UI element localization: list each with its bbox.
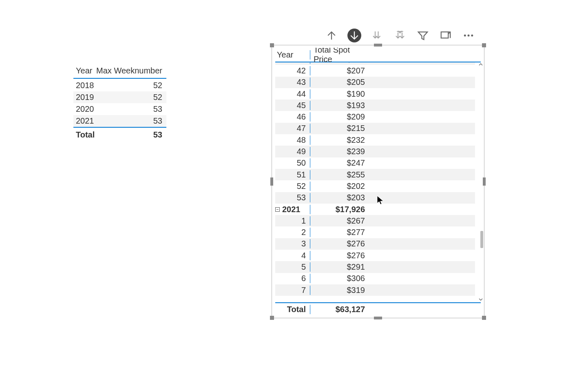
matrix-data-row[interactable]: 6$306 bbox=[275, 273, 475, 284]
focus-mode-icon[interactable] bbox=[439, 29, 453, 42]
matrix-data-row[interactable]: 51$255 bbox=[275, 169, 475, 180]
column-header-year[interactable]: Year bbox=[275, 50, 310, 60]
matrix-data-row[interactable]: 42$207 bbox=[275, 65, 475, 76]
resize-handle[interactable] bbox=[374, 44, 382, 47]
spot-price-matrix: Year Total Spot Price 41$20542$20743$205… bbox=[275, 48, 481, 315]
matrix-data-row[interactable]: 50$247 bbox=[275, 157, 475, 169]
column-header-year[interactable]: Year bbox=[73, 66, 95, 75]
matrix-data-row[interactable]: 48$232 bbox=[275, 134, 475, 146]
matrix-data-row[interactable]: 7$319 bbox=[275, 284, 475, 296]
year-max-weeknumber-table[interactable]: Year Max Weeknumber 2018 52 2019 52 2020… bbox=[73, 66, 166, 140]
table-row[interactable]: 2020 53 bbox=[73, 103, 166, 115]
resize-handle[interactable] bbox=[270, 177, 273, 186]
value-cell: $215 bbox=[310, 124, 367, 133]
expand-next-level-icon[interactable] bbox=[370, 29, 384, 42]
column-header-max-weeknumber[interactable]: Max Weeknumber bbox=[95, 66, 166, 75]
scroll-up-icon[interactable] bbox=[478, 62, 484, 67]
expand-all-down-icon[interactable] bbox=[393, 29, 407, 42]
drill-up-icon[interactable] bbox=[325, 29, 338, 42]
filter-icon[interactable] bbox=[416, 29, 430, 42]
matrix-group-row[interactable]: 2021$17,926 bbox=[275, 204, 475, 215]
resize-handle[interactable] bbox=[482, 316, 486, 320]
matrix-data-row[interactable]: 45$193 bbox=[275, 100, 475, 111]
value-cell: $193 bbox=[310, 101, 367, 110]
week-cell: 49 bbox=[275, 147, 310, 156]
value-cell: $291 bbox=[310, 262, 367, 272]
cell-value: 53 bbox=[95, 116, 166, 126]
scroll-down-icon[interactable] bbox=[478, 297, 484, 302]
week-cell: 3 bbox=[275, 239, 310, 248]
week-cell: 52 bbox=[275, 182, 310, 191]
cell-year: 2019 bbox=[73, 93, 95, 102]
resize-handle[interactable] bbox=[270, 43, 274, 47]
value-cell: $239 bbox=[310, 147, 367, 156]
matrix-data-row[interactable]: 1$267 bbox=[275, 215, 475, 226]
cell-value: 53 bbox=[95, 104, 166, 114]
week-cell: 53 bbox=[275, 193, 310, 202]
matrix-data-row[interactable]: 49$239 bbox=[275, 146, 475, 157]
week-cell: 47 bbox=[275, 124, 310, 133]
table-header-row: Year Max Weeknumber bbox=[73, 66, 166, 79]
week-cell: 44 bbox=[275, 89, 310, 99]
matrix-data-row[interactable]: 44$190 bbox=[275, 88, 475, 100]
week-cell: 43 bbox=[275, 78, 310, 87]
value-cell: $319 bbox=[310, 286, 367, 295]
matrix-data-row[interactable]: 4$276 bbox=[275, 250, 475, 261]
matrix-data-row[interactable]: 46$209 bbox=[275, 111, 475, 122]
svg-point-2 bbox=[468, 35, 470, 37]
total-label: Total bbox=[275, 305, 310, 314]
resize-handle[interactable] bbox=[270, 316, 274, 320]
matrix-data-row[interactable]: 3$276 bbox=[275, 238, 475, 250]
group-year-cell[interactable]: 2021 bbox=[275, 205, 310, 214]
value-cell: $306 bbox=[310, 274, 367, 283]
resize-handle[interactable] bbox=[483, 177, 486, 186]
value-cell: $267 bbox=[310, 216, 367, 226]
collapse-icon[interactable] bbox=[275, 207, 280, 212]
resize-handle[interactable] bbox=[482, 43, 486, 47]
matrix-data-row[interactable]: 5$291 bbox=[275, 261, 475, 273]
matrix-visual-container[interactable]: Year Total Spot Price 41$20542$20743$205… bbox=[272, 45, 484, 318]
table-row[interactable]: 2021 53 bbox=[73, 115, 166, 127]
table-row[interactable]: 2018 52 bbox=[73, 80, 166, 91]
value-cell: $203 bbox=[310, 193, 367, 202]
week-cell: 42 bbox=[275, 66, 310, 75]
resize-handle[interactable] bbox=[374, 317, 382, 319]
week-cell: 45 bbox=[275, 101, 310, 110]
value-cell: $209 bbox=[310, 112, 367, 122]
week-cell: 48 bbox=[275, 135, 310, 145]
value-cell: $205 bbox=[310, 62, 367, 64]
more-options-icon[interactable] bbox=[462, 29, 475, 42]
svg-rect-0 bbox=[441, 32, 449, 38]
column-header-total-spot-price[interactable]: Total Spot Price bbox=[310, 48, 368, 64]
table-row[interactable]: 2019 52 bbox=[73, 91, 166, 103]
value-cell: $277 bbox=[310, 228, 367, 237]
week-cell: 50 bbox=[275, 158, 310, 168]
cell-year: 2018 bbox=[73, 81, 95, 90]
drill-down-icon[interactable] bbox=[347, 29, 361, 42]
value-cell: $205 bbox=[310, 78, 367, 87]
week-cell: 2 bbox=[275, 228, 310, 237]
week-cell: 6 bbox=[275, 274, 310, 283]
matrix-data-row[interactable]: 53$203 bbox=[275, 192, 475, 204]
cell-value: 52 bbox=[95, 81, 166, 90]
matrix-data-row[interactable]: 47$215 bbox=[275, 123, 475, 134]
group-value: $17,926 bbox=[310, 205, 367, 214]
week-cell: 5 bbox=[275, 262, 310, 272]
value-cell: $232 bbox=[310, 135, 367, 145]
cell-year: 2020 bbox=[73, 104, 95, 114]
visual-header-toolbar bbox=[325, 29, 475, 42]
cell-value: 52 bbox=[95, 93, 166, 102]
value-cell: $190 bbox=[310, 89, 367, 99]
week-cell: 1 bbox=[275, 216, 310, 226]
scrollbar-thumb[interactable] bbox=[480, 231, 483, 248]
matrix-data-row[interactable]: 52$202 bbox=[275, 180, 475, 192]
matrix-data-row[interactable]: 43$205 bbox=[275, 77, 475, 88]
svg-point-1 bbox=[464, 35, 466, 37]
week-cell: 4 bbox=[275, 251, 310, 260]
total-value: $63,127 bbox=[310, 305, 367, 314]
matrix-total-row: Total $63,127 bbox=[275, 302, 481, 315]
week-cell: 7 bbox=[275, 286, 310, 295]
group-label: 2021 bbox=[282, 205, 301, 214]
matrix-body[interactable]: 41$20542$20743$20544$19045$19346$20947$2… bbox=[275, 62, 481, 302]
matrix-data-row[interactable]: 2$277 bbox=[275, 226, 475, 238]
